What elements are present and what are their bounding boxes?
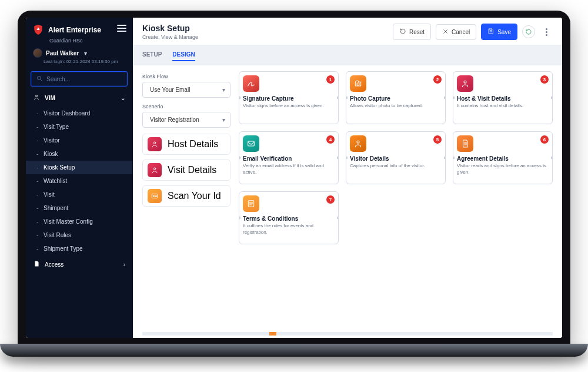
caret-down-icon: ▾ [222,117,225,123]
step-card-visitor-details[interactable]: 5 Visitor Details Captures personal info… [346,131,446,184]
last-login: Last login: 02-21-2024 03:19:36 pm [26,59,132,69]
access-label: Access [45,261,64,268]
sidebar-item-visit-master-config[interactable]: Visit Master Config [26,215,132,228]
document-icon [33,260,40,268]
save-button[interactable]: Save [481,24,517,40]
svg-point-5 [153,195,154,197]
page-header: Kiosk Setup Create, View & Manage Reset … [133,18,562,45]
sidebar-item-watchlist[interactable]: Watchlist [26,174,132,188]
person-icon [148,163,162,177]
step-title: Agreement Details [457,155,547,162]
scenario-select[interactable]: Visitor Registration ▾ [142,112,230,128]
kiosk-flow-value: Use Your Email [150,87,190,93]
id-card-icon [148,189,162,203]
menu-toggle-icon[interactable] [117,25,126,32]
step-card-terms-conditions[interactable]: 7 Terms & Conditions It outlines the rul… [239,191,339,244]
step-title: Terms & Conditions [243,215,333,222]
sidebar-item-visitor[interactable]: Visitor [26,134,132,147]
list-item[interactable]: Visit Details [142,160,230,181]
sidebar-item-kiosk-setup[interactable]: Kiosk Setup [26,161,132,174]
sidebar-search[interactable] [31,71,128,87]
step-title: Signature Capture [243,95,333,102]
current-user[interactable]: Paul Walker ▾ [26,44,132,59]
tab-setup[interactable]: SETUP [142,49,162,61]
person-icon [457,75,473,92]
step-title: Photo Capture [350,95,440,102]
shield-logo-icon [33,24,44,36]
sidebar-item-kiosk[interactable]: Kiosk [26,147,132,161]
svg-rect-8 [248,141,255,146]
step-desc: It outlines the rules for events and reg… [243,223,333,236]
main: Kiosk Setup Create, View & Manage Reset … [133,18,562,338]
svg-rect-4 [152,194,157,198]
step-number-badge: 5 [433,135,442,144]
list-item-label: Visit Details [168,165,216,175]
signature-icon [243,75,259,92]
step-desc: It contains host and visit details. [457,103,547,109]
list-item[interactable]: Scan Your Id [142,185,230,207]
svg-point-0 [38,77,41,80]
svg-point-9 [357,141,359,143]
svg-point-2 [153,142,156,144]
search-icon [36,75,43,83]
sidebar-item-visit-rules[interactable]: Visit Rules [26,228,132,242]
reset-button[interactable]: Reset [393,24,431,40]
close-icon [442,28,449,36]
step-number-badge: 7 [326,195,335,204]
step-card-signature-capture[interactable]: 1 Signature Capture Visitor signs before… [239,71,339,124]
reset-label: Reset [409,29,425,35]
step-number-badge: 6 [540,135,549,144]
mail-icon [243,135,259,152]
brand-row: Alert Enterprise [26,18,132,39]
sync-status-icon[interactable] [522,25,535,38]
person-icon [148,137,162,151]
sidebar-item-visit-type[interactable]: Visit Type [26,120,132,134]
camera-icon [350,75,366,92]
laptop-base [0,344,588,357]
brand: Alert Enterprise [26,18,108,39]
nav-group-access[interactable]: Access › [26,255,132,273]
app-screen: Alert Enterprise Guardian HSc Paul Walke… [26,18,562,338]
nav-group-vim[interactable]: VIM ⌄ [26,89,132,107]
brand-name: Alert Enterprise [48,26,101,34]
step-grid: 1 Signature Capture Visitor signs before… [239,71,553,327]
progress-strip [142,332,553,336]
search-input[interactable] [46,76,122,82]
laptop-frame: Alert Enterprise Guardian HSc Paul Walke… [18,11,570,346]
scenario-value: Visitor Registration [150,117,199,123]
sidebar-item-visitor-dashboard[interactable]: Visitor Dashboard [26,107,132,120]
nav-list: Visitor Dashboard Visit Type Visitor Kio… [26,107,132,255]
kiosk-flow-select[interactable]: Use Your Email ▾ [142,82,230,98]
list-item-label: Host Details [168,139,218,150]
list-icon [243,195,259,212]
sidebar-item-shimpent[interactable]: Shimpent [26,201,132,215]
step-desc: Visitor signs before an access is given. [243,103,333,109]
sidebar-item-visit[interactable]: Visit [26,188,132,201]
step-title: Email Verification [243,155,333,162]
cancel-label: Cancel [452,29,470,35]
content: Kiosk Flow Use Your Email ▾ Scenerio Vis… [133,65,562,332]
step-title: Host & Visit Details [457,95,547,102]
chevron-down-icon: ⌄ [121,95,125,101]
person-icon [350,135,366,152]
more-menu-icon[interactable] [540,25,553,38]
step-number-badge: 2 [433,75,442,84]
tab-design[interactable]: DESIGN [172,49,195,61]
step-card-photo-capture[interactable]: 2 Photo Capture Allows visitor photo to … [346,71,446,124]
list-item[interactable]: Host Details [142,134,230,155]
step-desc: Captures personal info of the visitor. [350,163,440,170]
sidebar-item-shipment-type[interactable]: Shipment Type [26,242,132,255]
page-title: Kiosk Setup [142,24,198,33]
svg-point-6 [357,83,359,85]
user-name: Paul Walker [46,50,79,57]
tabs: SETUP DESIGN [133,45,562,65]
step-card-agreement-details[interactable]: 6 Agreement Details Visitor reads and si… [453,131,553,184]
step-card-email-verification[interactable]: 4 Email Verification Verify an email add… [239,131,339,184]
step-desc: Visitor reads and signs before an access… [457,163,547,176]
cancel-button[interactable]: Cancel [436,24,476,40]
header-actions: Reset Cancel Save [393,24,553,40]
step-number-badge: 3 [540,75,549,84]
sidebar: Alert Enterprise Guardian HSc Paul Walke… [26,18,133,338]
step-number-badge: 1 [326,75,335,84]
step-card-host-visit-details[interactable]: 3 Host & Visit Details It contains host … [453,71,553,124]
